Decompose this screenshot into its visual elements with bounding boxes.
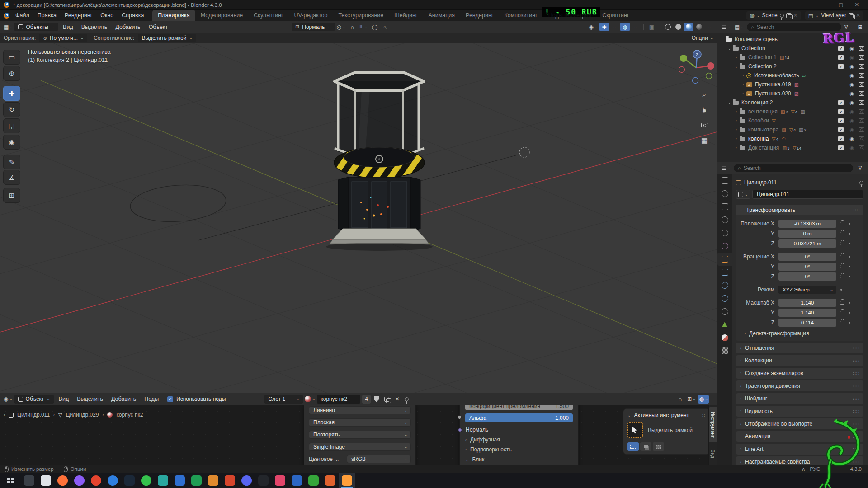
breadcrumb-object[interactable]: Цилиндр.011 [17, 412, 50, 418]
topbar-menu[interactable]: Окно [96, 10, 118, 21]
taskbar-app-2-icon[interactable] [38, 473, 54, 488]
unlink-material-button[interactable]: ✕ [392, 395, 402, 404]
transform-value-field[interactable]: -0.13303 m [778, 220, 836, 228]
properties-tab-tool[interactable] [717, 174, 732, 187]
object-name-field[interactable]: Цилиндр.011 [752, 190, 863, 199]
view3d-menu[interactable]: Выделить [77, 24, 112, 30]
hide-eye-icon[interactable]: ◉ [849, 145, 854, 151]
animate-dot-icon[interactable] [849, 223, 850, 225]
properties-search-input[interactable]: ⌕ Search [734, 164, 853, 172]
taskbar-app-6-icon[interactable] [104, 473, 121, 488]
minimize-button[interactable]: ‒ [824, 2, 826, 8]
lock-icon[interactable] [840, 255, 844, 258]
hide-eye-icon[interactable]: ◉ [849, 64, 854, 70]
gizmo-y-axis[interactable] [680, 55, 687, 62]
properties-tab-output[interactable] [717, 200, 732, 213]
transform-value-field[interactable]: 0.034721 m [778, 239, 836, 248]
workspace-tab[interactable]: Рендеринг [460, 10, 499, 21]
navigation-gizmo[interactable]: Z [675, 47, 717, 90]
taskbar-app-12-icon[interactable] [205, 473, 222, 488]
workspace-tab[interactable]: Текстурирование [333, 10, 389, 21]
tool-add-cube[interactable]: ⊞ [3, 188, 20, 203]
animate-dot-icon[interactable] [849, 243, 850, 244]
topbar-menu[interactable]: Справка [118, 10, 148, 21]
use-nodes-checkbox[interactable]: ✓ [167, 396, 173, 402]
empty-object-marker[interactable] [519, 147, 529, 157]
hide-eye-icon[interactable]: ◉ [849, 46, 854, 52]
shading-dropdown-button[interactable]: ⌄ [705, 23, 714, 31]
taskbar-app-10-icon[interactable] [171, 473, 188, 488]
properties-tab-particles[interactable] [717, 279, 732, 292]
lock-icon[interactable] [840, 222, 844, 225]
render-camera-icon[interactable] [859, 64, 864, 69]
copy-icon[interactable] [786, 13, 791, 18]
shader-type-dropdown[interactable]: Объект ⌄ [14, 395, 54, 404]
workspace-tab[interactable]: Скульптинг [248, 10, 288, 21]
gizmo-neg-x-axis[interactable] [679, 67, 685, 73]
shader-menu[interactable]: Ноды [140, 396, 163, 402]
taskbar-discord-icon[interactable] [238, 473, 255, 488]
taskbar-steam-icon[interactable] [121, 473, 138, 488]
render-camera-icon[interactable] [859, 73, 864, 78]
viewlayer-selector[interactable]: ▤ ⌄ ViewLayer ✕ [805, 11, 863, 20]
hide-eye-icon[interactable]: ◉ [849, 82, 854, 88]
taskbar-firefox-icon[interactable] [54, 473, 71, 488]
animate-dot-icon[interactable] [849, 312, 850, 314]
node-dropdown-field[interactable]: Single Image⌄ [309, 443, 411, 451]
properties-tab-texture[interactable] [717, 344, 732, 357]
select-box-tool-button[interactable] [627, 422, 643, 438]
animate-dot-icon[interactable] [849, 266, 850, 267]
render-camera-icon[interactable] [859, 55, 864, 60]
hide-eye-icon[interactable]: ◉ [849, 118, 854, 124]
taskbar-app-13-icon[interactable] [222, 473, 238, 488]
outliner-row[interactable]: ›Источник-область▱◉ [717, 71, 868, 80]
properties-panel[interactable]: ›Шейдинг∷∷ [736, 393, 863, 404]
gizmos-dropdown-button[interactable]: ⌄ [610, 23, 619, 31]
shading-material-button[interactable] [684, 23, 693, 31]
workspace-tab[interactable]: Шейдинг [389, 10, 423, 21]
object-id-dropdown[interactable]: ⌄ [736, 190, 750, 199]
zoom-tool-icon[interactable]: ⌕ [698, 89, 711, 100]
tray-chevron-icon[interactable]: ∧ [802, 466, 805, 472]
new-collection-button[interactable]: ⊞ [855, 23, 865, 31]
breadcrumb-mesh[interactable]: Цилиндр.029 [66, 412, 99, 418]
material-name-field[interactable]: корпус пк2 [317, 395, 360, 404]
rotation-mode-dropdown[interactable]: XYZ Эйлер⌄ [778, 286, 836, 294]
active-tool-panel-header[interactable]: ⌄ Активный инструмент ∷ [627, 412, 705, 418]
outliner-row[interactable]: ›компьютера▨▽4▥2✓◉ [717, 125, 868, 134]
expand-icon[interactable]: › [740, 73, 746, 78]
expand-icon[interactable]: ⌄ [726, 100, 733, 105]
render-camera-icon[interactable] [859, 91, 864, 96]
select-mode-subtract-button[interactable] [653, 442, 664, 451]
editor-type-button[interactable]: ▦⌄ [3, 23, 14, 31]
expand-icon[interactable]: › [733, 145, 740, 150]
lock-icon[interactable] [840, 311, 844, 314]
node-dropdown-field[interactable]: Повторять⌄ [309, 431, 411, 439]
hide-eye-icon[interactable]: ◉ [849, 91, 854, 97]
workspace-tab[interactable]: Скриптинг [597, 10, 634, 21]
breadcrumb-material[interactable]: корпус пк2 [116, 412, 143, 418]
exclude-checkbox[interactable]: ✓ [838, 100, 844, 105]
gizmo-neg-z-axis[interactable] [693, 78, 698, 84]
properties-panel[interactable]: ›Траектории движения∷∷ [736, 380, 863, 391]
properties-tab-view-layer[interactable] [717, 213, 732, 226]
shading-wireframe-button[interactable] [663, 23, 673, 31]
animate-dot-icon[interactable] [849, 302, 850, 304]
bsdf-section[interactable]: ›Диффузная [465, 436, 573, 443]
properties-tab-physics[interactable] [717, 292, 732, 305]
transform-orientation-dropdown[interactable]: ⊞ Нормаль ⌄ [292, 23, 335, 31]
outliner-row[interactable]: ›Пустышка.019▨◉ [717, 80, 868, 89]
outliner-row[interactable]: ›Коробки▽✓◉ [717, 116, 868, 125]
pivot-point-button[interactable]: ◎⌄ [336, 23, 347, 31]
topbar-menu[interactable]: Файл [11, 10, 33, 21]
principled-bsdf-node[interactable]: Коэффициент преломления 1.500 Альфа 1.00… [459, 405, 579, 465]
transform-value-field[interactable]: 1.140 [778, 309, 836, 317]
transform-panel-header[interactable]: ⌄ Трансформировать ∷∷ [736, 205, 863, 215]
taskbar-app-16-icon[interactable] [272, 473, 288, 488]
taskbar-app-8-icon[interactable] [138, 473, 155, 488]
render-camera-icon[interactable] [859, 82, 864, 87]
visibility-button[interactable]: ◉⌄ [588, 23, 599, 31]
snap-target-button[interactable]: ⊪⌄ [359, 23, 368, 31]
overlays-toggle-button[interactable]: ◍ [620, 23, 630, 31]
expand-icon[interactable]: › [733, 136, 740, 141]
